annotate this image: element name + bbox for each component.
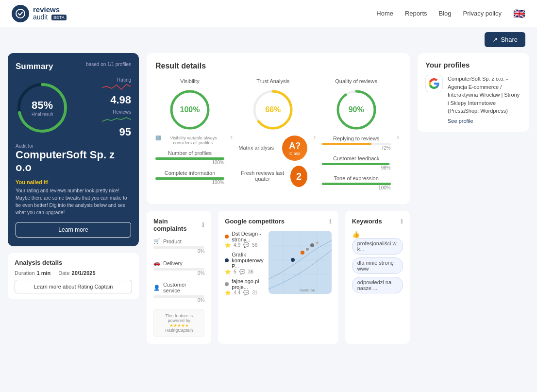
reviews-value: 95	[102, 126, 131, 138]
audit-for: Audit for	[16, 143, 131, 149]
nailed-it: You nailed it!	[16, 179, 131, 185]
visibility-pct: 100%	[168, 88, 212, 132]
svg-text:Vanteron: Vanteron	[300, 288, 315, 292]
logo[interactable]: reviews audit BETA	[12, 5, 67, 22]
final-result-circle: 85% Final result	[16, 81, 69, 135]
competitor-item: Grafik komputerowy P... ⭐ 5 💬 36	[225, 252, 263, 274]
trust-nav-arrow[interactable]: ›	[311, 78, 318, 195]
complaints-list: 🛒 Product 0% 🚗 Delivery 0% 👤 Customer se…	[153, 238, 204, 303]
keywords-title: Keywords ℹ	[352, 218, 403, 225]
nav-privacy[interactable]: Privacy policy	[463, 10, 502, 17]
summary-card: Summary based on 1/1 profiles 85% Final …	[8, 53, 139, 246]
nav-blog[interactable]: Blog	[439, 10, 452, 17]
rating-label: Rating	[102, 77, 131, 83]
competitor-item: Dst Design - strony... ⭐ 4.9 💬 56	[225, 231, 263, 248]
competitors-title: Google competitors ℹ	[225, 218, 331, 225]
matrix-badge[interactable]: A? Class	[282, 136, 307, 161]
date-value: 20/1/2025	[72, 270, 96, 276]
tone-block: Tone of expression 100%	[322, 175, 391, 190]
trust-circle: 66%	[251, 88, 295, 132]
competitor-rating-icon: ⭐	[225, 242, 231, 248]
right-column: Your profiles ComputerSoft Sp. z o.o. - …	[418, 53, 529, 344]
logo-text: reviews audit BETA	[33, 6, 67, 21]
competitor-row: Grafik komputerowy P...	[225, 252, 263, 269]
reviews-label: Reviews	[102, 109, 131, 115]
visibility-nav-arrow[interactable]: ›	[228, 78, 235, 195]
complaint-icon: 🛒	[153, 238, 160, 244]
competitor-dot	[225, 282, 229, 286]
visibility-circle: 100%	[168, 88, 212, 132]
nailed-text: Your rating and reviews number look pret…	[16, 187, 131, 216]
nav-home[interactable]: Home	[376, 10, 393, 17]
profile-logo	[425, 75, 443, 92]
company-name: ComputerSoft Sp. z o.o	[16, 149, 131, 174]
competitor-name: Grafik komputerowy P...	[232, 252, 263, 269]
complaint-pct: 0%	[153, 249, 204, 254]
trust-pct: 66%	[251, 88, 295, 132]
result-title: Result details	[155, 62, 401, 70]
logo-beta: BETA	[51, 15, 67, 20]
language-flag[interactable]: 🇬🇧	[513, 8, 525, 19]
complaints-info-icon[interactable]: ℹ	[202, 222, 204, 228]
competitor-name: fajnelogo.pl - proje...	[232, 278, 263, 290]
num-profiles-block: Number of profiles 100%	[155, 150, 224, 165]
complete-info-block: Complete information 100%	[155, 170, 224, 185]
competitor-comment-icon: 💬	[243, 290, 249, 295]
summary-main: 85% Final result Rating 4.98	[16, 77, 131, 138]
logo-reviews: reviews	[33, 5, 60, 14]
learn-captain-button[interactable]: Learn more about Rating Captain	[15, 280, 132, 293]
keyword-tag[interactable]: dla mnie stronę www	[352, 257, 403, 274]
topbar: ↗ Share	[0, 27, 537, 47]
quality-nav-arrow[interactable]: ›	[395, 78, 401, 195]
profile-see-link[interactable]: See profile	[448, 118, 521, 124]
keywords-card: Keywords ℹ 👍 profesjonaliści w k...dla m…	[345, 211, 410, 344]
competitor-reviews: 31	[252, 290, 257, 295]
competitor-dot	[225, 258, 229, 262]
trust-label: Trust Analysis	[238, 78, 307, 84]
complaint-label: Delivery	[163, 260, 183, 266]
competitor-comment-icon: 💬	[239, 269, 245, 274]
complaint-item: 🛒 Product 0%	[153, 238, 204, 254]
visibility-note: ℹ️ Visibility variable always considers …	[155, 136, 224, 145]
bottom-row: Main complaints ℹ 🛒 Product 0% 🚗 Deliver…	[147, 211, 410, 344]
competitors-card: Google competitors ℹ Dst Design - strony…	[218, 211, 338, 344]
competitor-rating: 4.9	[234, 242, 240, 248]
complaint-icon: 🚗	[153, 260, 160, 266]
complaints-card: Main complaints ℹ 🛒 Product 0% 🚗 Deliver…	[147, 211, 211, 344]
quality-label: Quality of reviews	[322, 78, 391, 84]
competitor-rating: 4.4	[234, 290, 240, 295]
competitors-chart: Vanteron	[268, 231, 332, 294]
competitors-info-icon[interactable]: ℹ	[329, 218, 332, 225]
profile-item: ComputerSoft Sp. z o.o. - Agencja E-comm…	[425, 75, 521, 124]
share-button[interactable]: ↗ Share	[485, 32, 525, 47]
complaints-title: Main complaints ℹ	[153, 218, 204, 232]
nav-links: Home Reports Blog Privacy policy 🇬🇧	[376, 8, 525, 19]
analysis-row: Duration 1 min Date 20/1/2025	[15, 270, 132, 276]
keyword-tag[interactable]: profesjonaliści w k...	[352, 238, 403, 255]
competitor-dot	[225, 235, 229, 239]
date-info: Date 20/1/2025	[58, 270, 95, 276]
summary-title: Summary	[16, 62, 53, 71]
complaint-label: Customer service	[163, 282, 204, 293]
left-column: Summary based on 1/1 profiles 85% Final …	[8, 53, 139, 344]
analysis-title: Analysis details	[15, 259, 132, 266]
share-icon: ↗	[492, 36, 498, 43]
thumbs-up-icon: 👍	[352, 231, 360, 238]
competitor-name: Dst Design - strony...	[232, 231, 263, 242]
keyword-tag[interactable]: odpowiedzi na nasze ...	[352, 277, 403, 293]
reviews-chart	[102, 115, 131, 124]
nav-reports[interactable]: Reports	[405, 10, 427, 17]
competitor-stats: ⭐ 5 💬 36	[225, 269, 263, 274]
main-content: Summary based on 1/1 profiles 85% Final …	[0, 47, 537, 350]
matrix-row: Matrix analysis A? Class	[238, 136, 307, 161]
competitor-stats: ⭐ 4.4 💬 31	[225, 290, 263, 295]
duration-label: Duration	[15, 270, 35, 276]
navbar: reviews audit BETA Home Reports Blog Pri…	[0, 0, 537, 27]
replying-block: Replying to reviews 72%	[322, 136, 391, 151]
learn-more-button[interactable]: Learn more	[16, 222, 131, 238]
duration-info: Duration 1 min	[15, 270, 50, 276]
logo-icon	[12, 5, 29, 22]
final-pct: 85%	[32, 99, 53, 112]
complaint-pct: 0%	[153, 298, 204, 303]
keywords-info-icon[interactable]: ℹ	[401, 218, 403, 225]
